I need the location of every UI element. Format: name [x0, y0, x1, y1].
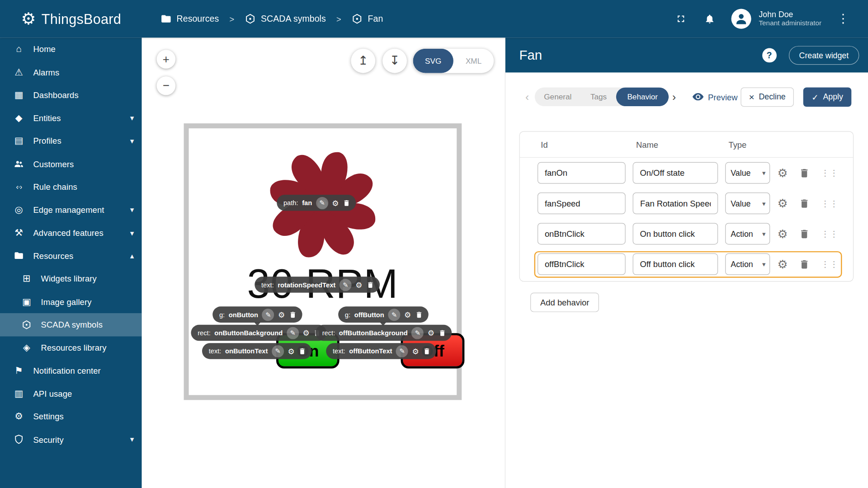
tag-settings-button[interactable]: ⚙ — [302, 329, 309, 337]
column-header-type: Type — [725, 140, 770, 149]
widgets-library-icon: ⊞ — [20, 273, 33, 285]
behavior-id-input[interactable] — [538, 253, 626, 275]
svg-toggle-option[interactable]: SVG — [413, 49, 453, 73]
tag-settings-button[interactable]: ⚙ — [404, 311, 411, 319]
behavior-id-input[interactable] — [538, 192, 626, 214]
tab-behavior[interactable]: Behavior — [616, 87, 669, 106]
tag-settings-button[interactable]: ⚙ — [412, 347, 419, 355]
download-svg-button[interactable]: ↧ — [382, 49, 407, 73]
sidebar-item-rule-chains[interactable]: ‹·› Rule chains — [0, 175, 142, 198]
sidebar-item-widgets-library[interactable]: ⊞ Widgets library — [0, 267, 142, 290]
sidebar-item-advanced-features[interactable]: ⚒ Advanced features ▾ — [0, 221, 142, 244]
sidebar-item-customers[interactable]: Customers — [0, 152, 142, 175]
row-delete-button[interactable] — [799, 198, 810, 209]
notifications-bell-button[interactable] — [703, 12, 717, 26]
edit-tag-button[interactable]: ✎ — [262, 309, 274, 321]
preview-button[interactable]: Preview — [693, 92, 738, 102]
behavior-type-select[interactable]: Action ▾ — [725, 253, 770, 275]
sidebar-item-dashboards[interactable]: ▦ Dashboards — [0, 84, 142, 107]
edit-tag-button[interactable]: ✎ — [411, 327, 424, 339]
behavior-name-input[interactable] — [633, 192, 718, 214]
user-menu[interactable]: John Doe Tenant administrator — [759, 9, 821, 28]
fullscreen-button[interactable] — [674, 12, 688, 26]
delete-tag-button[interactable] — [289, 311, 297, 319]
behavior-id-input[interactable] — [538, 162, 626, 184]
tabs-scroll-left-button[interactable]: ‹ — [522, 90, 533, 103]
behavior-id-input[interactable] — [538, 223, 626, 244]
upload-svg-button[interactable]: ↥ — [351, 49, 375, 73]
edit-tag-button[interactable]: ✎ — [287, 327, 299, 339]
sidebar-item-entities[interactable]: ◆ Entities ▾ — [0, 107, 142, 130]
breadcrumb-resources[interactable]: Resources — [160, 13, 219, 24]
apply-button[interactable]: ✓ Apply — [803, 87, 851, 107]
breadcrumb-fan[interactable]: Fan — [352, 13, 383, 24]
tab-tags[interactable]: Tags — [581, 87, 616, 106]
row-settings-button[interactable]: ⚙ — [777, 228, 788, 239]
sidebar-item-label: Rule chains — [33, 182, 77, 192]
sidebar-item-security[interactable]: Security ▾ — [0, 428, 142, 451]
row-delete-button[interactable] — [799, 167, 810, 178]
sidebar-item-resources-library[interactable]: ◈ Resources library — [0, 336, 142, 359]
behavior-name-input[interactable] — [633, 253, 718, 275]
xml-toggle-option[interactable]: XML — [453, 49, 494, 73]
preview-label: Preview — [708, 92, 737, 102]
delete-tag-button[interactable] — [343, 199, 350, 206]
behavior-type-select[interactable]: Action ▾ — [725, 223, 770, 244]
tag-settings-button[interactable]: ⚙ — [332, 199, 339, 206]
sidebar-item-edge-management[interactable]: ◎ Edge management ▾ — [0, 198, 142, 221]
sidebar-item-scada-symbols[interactable]: SCADA symbols — [0, 313, 142, 336]
zoom-in-button[interactable]: + — [157, 50, 176, 69]
sidebar-item-api-usage[interactable]: ▥ API usage — [0, 382, 142, 405]
check-icon: ✓ — [811, 93, 818, 101]
sidebar-item-resources[interactable]: Resources ▴ — [0, 244, 142, 267]
tag-settings-button[interactable]: ⚙ — [278, 311, 285, 319]
delete-tag-button[interactable] — [298, 347, 306, 355]
edit-tag-button[interactable]: ✎ — [340, 279, 352, 291]
user-avatar[interactable] — [731, 9, 751, 29]
drag-handle[interactable]: ⋮⋮ — [821, 229, 839, 239]
kebab-menu-icon[interactable]: ⋮ — [836, 13, 850, 25]
behavior-name-input[interactable] — [633, 162, 718, 184]
zoom-out-button[interactable]: − — [157, 76, 176, 95]
tag-name: fan — [302, 199, 312, 206]
delete-tag-button[interactable] — [415, 311, 423, 319]
drag-handle[interactable]: ⋮⋮ — [821, 198, 839, 208]
edit-tag-button[interactable]: ✎ — [272, 345, 284, 357]
edit-tag-button[interactable]: ✎ — [316, 197, 328, 209]
behavior-type-select[interactable]: Value ▾ — [725, 162, 770, 184]
row-delete-button[interactable] — [799, 258, 810, 269]
row-settings-button[interactable]: ⚙ — [777, 197, 788, 209]
behavior-type-select[interactable]: Value ▾ — [725, 192, 770, 214]
breadcrumb-scada-symbols[interactable]: SCADA symbols — [245, 13, 326, 24]
sidebar-item-profiles[interactable]: ▤ Profiles ▾ — [0, 130, 142, 153]
pencil-icon: ✎ — [319, 199, 325, 206]
create-widget-button[interactable]: Create widget — [788, 46, 859, 65]
tag-chip-on-button-background: rect: onButtonBackground ✎ ⚙ — [191, 325, 326, 341]
help-button[interactable]: ? — [762, 48, 777, 62]
tag-settings-button[interactable]: ⚙ — [428, 329, 434, 337]
delete-tag-button[interactable] — [423, 347, 431, 355]
delete-tag-button[interactable] — [439, 329, 446, 337]
row-delete-button[interactable] — [799, 228, 810, 239]
tag-settings-button[interactable]: ⚙ — [355, 281, 362, 288]
tag-type: text: — [209, 347, 222, 355]
delete-tag-button[interactable] — [366, 281, 374, 288]
sidebar-item-notification-center[interactable]: ⚑ Notification center — [0, 359, 142, 382]
row-settings-button[interactable]: ⚙ — [777, 258, 788, 270]
drag-handle[interactable]: ⋮⋮ — [821, 259, 839, 269]
row-settings-button[interactable]: ⚙ — [777, 167, 788, 179]
app-logo[interactable]: ⚙ ThingsBoard — [0, 10, 142, 27]
sidebar-item-settings[interactable]: ⚙ Settings — [0, 405, 142, 428]
sidebar-item-image-gallery[interactable]: ▣ Image gallery — [0, 290, 142, 313]
sidebar-item-alarms[interactable]: ⚠ Alarms — [0, 61, 142, 84]
drag-handle[interactable]: ⋮⋮ — [821, 168, 839, 178]
behavior-name-input[interactable] — [633, 223, 718, 244]
sidebar-item-home[interactable]: ⌂ Home — [0, 38, 142, 61]
tab-general[interactable]: General — [534, 87, 581, 106]
edit-tag-button[interactable]: ✎ — [396, 345, 408, 357]
edit-tag-button[interactable]: ✎ — [388, 309, 400, 321]
add-behavior-button[interactable]: Add behavior — [530, 293, 599, 312]
tabs-scroll-right-button[interactable]: › — [669, 90, 679, 103]
decline-button[interactable]: × Decline — [741, 87, 794, 107]
tag-settings-button[interactable]: ⚙ — [288, 347, 294, 355]
